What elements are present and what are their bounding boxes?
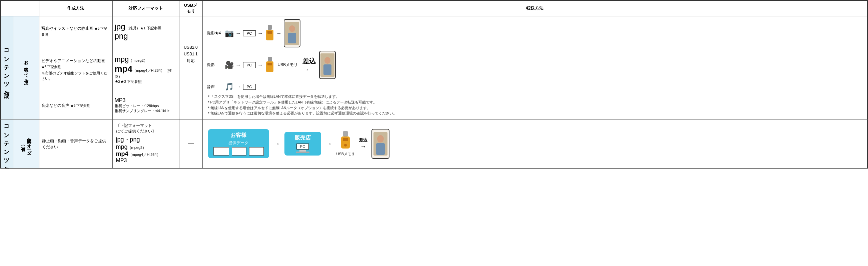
note-4: ＊無線LANで通信を行うには適切な環境を整える必要があります。設置前に必ず通信環…: [207, 111, 864, 116]
usb-stick-container: USBメモリ: [337, 131, 355, 156]
format-jpg-note: （推奨）★1 下記参照: [125, 26, 161, 30]
provide-label: 提供データ: [213, 140, 265, 146]
header-format: 対応フォーマット: [113, 0, 179, 17]
format-mpg-note: （mpeg2）: [129, 58, 147, 62]
svg-point-15: [344, 144, 347, 147]
usb-store: —: [179, 119, 203, 168]
format-jpg: jpg: [115, 22, 125, 31]
pc-box-1: PC: [243, 30, 256, 36]
method-photo-text: 写真やイラストなどの静止画 ★5 下記参照: [41, 26, 107, 37]
data-item-still: 静止画: [213, 147, 229, 155]
format-photo: jpg（推奨）★1 下記参照 png: [113, 17, 179, 47]
arrow6: →: [236, 84, 241, 90]
diagram-audio: 音声 🎵 → PC: [207, 83, 864, 91]
method-video-text: ビデオやアニメーションなどの動画 ★5 下記参照: [41, 58, 111, 70]
format-store-mpg: mpg（mpeg2）: [116, 144, 176, 150]
svg-rect-2: [268, 31, 272, 34]
store-pc: PC: [289, 144, 316, 153]
note-2: ＊PC用アプリ「ネットワーク設定ツール」を使用したLAN（有線/無線）によるデー…: [207, 99, 864, 105]
svg-point-4: [289, 25, 295, 32]
person-icon-1: [286, 23, 299, 43]
usb-text: USB2.0USB1.1対応: [184, 45, 197, 63]
method-store: 静止画・動画・音声データをご提供ください: [39, 119, 113, 168]
method-video-sub: ※市販のビデオ編集ソフトをご使用ください。: [41, 71, 111, 82]
svg-rect-0: [268, 25, 272, 30]
data-items-row: 静止画 動画 音声: [213, 147, 265, 155]
format-mp3: MP3: [115, 97, 126, 103]
data-item-audio: 音声: [249, 147, 264, 155]
store-box-label: 販売店: [289, 135, 316, 142]
usb-compat: USB2.0USB1.1対応: [179, 17, 203, 92]
capture-photo-label: 撮影★4: [207, 30, 223, 36]
screen-1: [285, 22, 299, 45]
transfer-section2: お客様 提供データ 静止画 動画 音声 → 販売店: [203, 119, 868, 168]
data-item-video: 動画: [232, 147, 246, 155]
format-store-mp4: mp4（mpeg4／H.264）: [116, 150, 176, 157]
header-empty: [0, 0, 39, 17]
camera-icon: 📷: [225, 29, 234, 38]
format-store-header: 〔下記フォーマットにてご提供ください〕: [116, 123, 176, 134]
device-display-1: [284, 19, 301, 48]
person-icon-store: [373, 133, 388, 155]
arrow-to-store: →: [273, 140, 280, 148]
arrow2: →: [258, 30, 263, 36]
method-store-text: 静止画・動画・音声データをご提供ください: [42, 139, 106, 149]
format-audio: MP3 推奨ビットレート:128kbps 推奨サンプリングレート:44.1kHz: [113, 92, 179, 119]
usb-dash: [179, 92, 203, 119]
svg-rect-5: [288, 33, 296, 43]
arrow-to-usb: →: [325, 140, 333, 148]
usb-stick-icon-1: [265, 25, 274, 42]
main-table: 作成方法 対応フォーマット USBメモリ 転送方法 コンテンツ作成 お客様にて作…: [0, 0, 868, 169]
screen-2: [320, 53, 335, 77]
sashikomi-arrow: →: [359, 143, 368, 150]
svg-rect-12: [343, 131, 348, 137]
header-transfer: 転送方法: [203, 0, 868, 17]
pc-box-2: PC: [243, 62, 256, 68]
sashikomi-label: 差込: [359, 137, 368, 143]
arrow5: →: [258, 62, 263, 68]
note-3: ＊無線LANを使用する場合はアルセドに無線LANルータ（オプション）を接続する必…: [207, 105, 864, 111]
header-usb: USBメモリ: [179, 0, 203, 17]
header-method: 作成方法: [39, 0, 113, 17]
sashikomi-container: 差込 →: [359, 137, 368, 150]
person-icon-2: [321, 55, 334, 75]
video-camera-icon: 🎥: [225, 61, 234, 69]
svg-point-10: [324, 57, 331, 64]
svg-rect-14: [343, 138, 348, 141]
format-mp4-star: ★2★3 下記参照: [115, 80, 142, 83]
svg-rect-8: [268, 63, 272, 65]
svg-rect-6: [268, 57, 272, 61]
svg-rect-11: [323, 64, 332, 75]
main-side-label-2: コンテンツ作成: [0, 119, 13, 168]
note-1: ＊「スグスマDS」を使用した場合は無線LANで本体に直接データを転送します。: [207, 94, 864, 99]
capture-video-label: 撮影: [207, 62, 223, 68]
method-video: ビデオやアニメーションなどの動画 ★5 下記参照 ※市販のビデオ編集ソフトをご使…: [39, 47, 113, 92]
store-label: 販売店へオーダー（有償）: [13, 119, 39, 168]
usb-stick-icon-store: [340, 131, 351, 150]
transfer-section1: 撮影★4 📷 → PC → →: [203, 17, 868, 119]
usb-memory-label-top: USBメモリ: [278, 62, 298, 68]
customer-box: お客様 提供データ 静止画 動画 音声: [208, 129, 269, 158]
format-mp4: mp4: [115, 64, 132, 74]
main-side-label: コンテンツ作成: [0, 17, 13, 119]
capture-audio-label: 音声: [207, 84, 223, 90]
svg-rect-18: [376, 143, 385, 155]
music-icon: 🎵: [225, 83, 234, 91]
format-video: mpg（mpeg2） mp4（mpeg4／H.264）（推奨） ★2★3 下記参…: [113, 47, 179, 92]
usb-label-store: USBメモリ: [337, 151, 355, 156]
arrow4: →: [236, 62, 241, 68]
store-box: 販売店 PC: [284, 132, 321, 155]
format-store-jpg: jpg・png: [116, 136, 176, 144]
format-png: png: [115, 31, 128, 40]
device-display-2: [319, 51, 336, 79]
format-samplerate: 推奨サンプリングレート:44.1kHz: [115, 109, 169, 113]
usb-stick-icon-2: [265, 57, 274, 73]
store-pc-monitor: PC: [297, 144, 309, 150]
device-display-store: [371, 129, 390, 159]
arrow1: →: [236, 30, 241, 36]
customer-label: お客様にて作成: [13, 17, 39, 119]
screen-store: [373, 132, 388, 155]
format-store-mp3: MP3: [116, 157, 176, 164]
format-bitrate: 推奨ビットレート:128kbps: [115, 104, 159, 108]
bottom-transfer-diagram: お客様 提供データ 静止画 動画 音声 → 販売店: [208, 129, 862, 159]
